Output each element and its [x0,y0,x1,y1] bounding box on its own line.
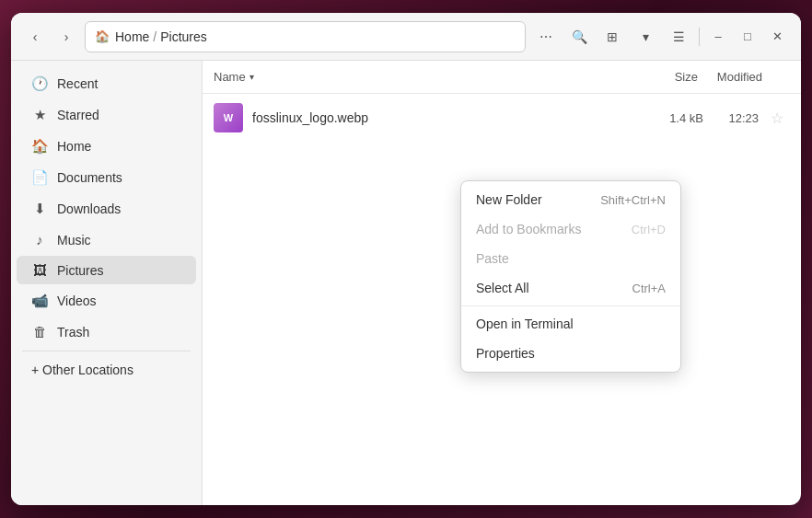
close-icon: ✕ [772,29,783,43]
sidebar-item-pictures[interactable]: 🖼 Pictures [17,256,196,284]
ctx-properties[interactable]: Properties [461,339,680,368]
back-button[interactable]: ‹ [22,24,48,50]
file-size: 1.4 kB [630,111,703,125]
breadcrumb-home: Home [115,29,149,44]
sidebar-label-music: Music [57,233,91,247]
ctx-properties-label: Properties [476,346,535,361]
sort-icon: ▾ [249,72,254,82]
minimize-button[interactable]: – [705,24,731,50]
main-content: 🕐 Recent ★ Starred 🏠 Home 📄 Documents ⬇ … [11,61,801,505]
maximize-icon: □ [744,29,751,43]
view-toggle-button[interactable]: ▾ [631,24,660,50]
file-name: fosslinux_logo.webp [252,110,630,125]
ctx-open-terminal-label: Open in Terminal [476,317,574,331]
forward-icon: › [64,29,69,44]
titlebar: ‹ › 🏠 Home / Pictures ⋯ 🔍 ⊞ ▾ ☰ [11,13,801,61]
ctx-new-folder-label: New Folder [476,192,542,207]
sidebar-label-pictures: Pictures [57,263,104,278]
file-area: Name ▾ Size Modified W fosslinux_logo.we… [203,61,801,505]
file-thumbnail: W [214,103,243,132]
home-sidebar-icon: 🏠 [31,138,48,155]
file-modified: 12:23 [703,111,759,125]
titlebar-actions: ⋯ 🔍 ⊞ ▾ ☰ – □ ✕ [531,24,790,50]
sidebar: 🕐 Recent ★ Starred 🏠 Home 📄 Documents ⬇ … [11,61,203,505]
more-options-button[interactable]: ⋯ [531,24,561,50]
home-icon: 🏠 [95,29,110,43]
sidebar-label-starred: Starred [57,108,99,122]
titlebar-separator [699,28,700,46]
sidebar-item-downloads[interactable]: ⬇ Downloads [17,194,196,224]
ctx-add-bookmarks-shortcut: Ctrl+D [632,223,666,236]
table-row[interactable]: W fosslinux_logo.webp 1.4 kB 12:23 ☆ [203,98,801,138]
starred-icon: ★ [31,107,48,123]
ctx-separator [461,305,680,306]
sidebar-divider [22,351,191,351]
sidebar-item-home[interactable]: 🏠 Home [17,132,196,161]
ctx-add-bookmarks[interactable]: Add to Bookmarks Ctrl+D [461,214,680,244]
search-button[interactable]: 🔍 [564,24,594,50]
forward-button[interactable]: › [53,24,79,50]
sidebar-item-documents[interactable]: 📄 Documents [17,163,196,192]
sidebar-label-downloads: Downloads [57,201,121,216]
music-icon: ♪ [31,232,48,247]
breadcrumb[interactable]: 🏠 Home / Pictures [85,21,526,52]
trash-icon: 🗑 [31,324,48,340]
sidebar-label-other: + Other Locations [31,363,133,377]
sidebar-label-videos: Videos [57,294,97,308]
grid-icon: ⊞ [607,29,618,44]
sidebar-label-trash: Trash [57,325,89,340]
sidebar-label-home: Home [57,139,91,154]
hamburger-icon: ☰ [673,29,685,44]
ctx-paste[interactable]: Paste [461,244,680,273]
column-name-header[interactable]: Name ▾ [214,70,624,84]
ctx-new-folder-shortcut: Shift+Ctrl+N [600,193,666,207]
ctx-open-terminal[interactable]: Open in Terminal [461,309,680,339]
column-modified-header: Modified [698,70,790,84]
sidebar-label-documents: Documents [57,170,122,185]
sidebar-item-trash[interactable]: 🗑 Trash [17,317,196,346]
documents-icon: 📄 [31,169,48,186]
breadcrumb-current: Pictures [160,29,207,44]
grid-view-button[interactable]: ⊞ [597,24,627,50]
sidebar-other-locations[interactable]: + Other Locations [17,356,196,384]
search-icon: 🔍 [572,29,587,44]
more-icon: ⋯ [539,29,552,44]
sidebar-item-videos[interactable]: 📹 Videos [17,286,196,316]
ctx-select-all-label: Select All [476,281,529,295]
ctx-select-all[interactable]: Select All Ctrl+A [461,273,680,303]
column-size-header: Size [624,70,698,84]
ctx-select-all-shortcut: Ctrl+A [632,282,666,295]
breadcrumb-separator: / [153,29,157,44]
file-manager-window: ‹ › 🏠 Home / Pictures ⋯ 🔍 ⊞ ▾ ☰ [11,13,801,505]
recent-icon: 🕐 [31,75,48,92]
sidebar-item-music[interactable]: ♪ Music [17,225,196,254]
sidebar-item-recent[interactable]: 🕐 Recent [17,69,196,98]
sidebar-label-recent: Recent [57,76,98,91]
downloads-icon: ⬇ [31,201,48,217]
ctx-paste-label: Paste [476,251,509,266]
videos-icon: 📹 [31,293,48,309]
pictures-icon: 🖼 [31,262,48,278]
ctx-add-bookmarks-label: Add to Bookmarks [476,222,581,236]
star-button[interactable]: ☆ [764,109,790,127]
ctx-new-folder[interactable]: New Folder Shift+Ctrl+N [461,185,680,214]
column-headers: Name ▾ Size Modified [203,61,801,94]
context-menu: New Folder Shift+Ctrl+N Add to Bookmarks… [460,180,681,373]
chevron-down-icon: ▾ [643,29,649,44]
minimize-icon: – [714,29,721,43]
maximize-button[interactable]: □ [735,24,760,50]
back-icon: ‹ [33,29,38,44]
sidebar-item-starred[interactable]: ★ Starred [17,100,196,130]
menu-button[interactable]: ☰ [664,24,693,50]
close-button[interactable]: ✕ [764,24,790,50]
